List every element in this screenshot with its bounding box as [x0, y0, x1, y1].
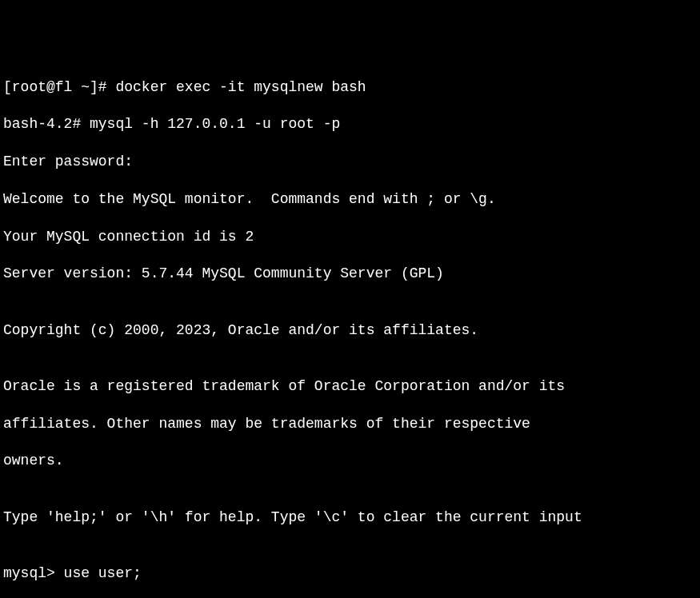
shell-prompt-line[interactable]: [root@fl ~]# docker exec -it mysqlnew ba… — [3, 78, 697, 97]
password-prompt[interactable]: Enter password: — [3, 153, 697, 171]
bash-prompt-line[interactable]: bash-4.2# mysql -h 127.0.0.1 -u root -p — [3, 115, 697, 134]
mysql-prompt-use[interactable]: mysql> use user; — [3, 564, 697, 583]
mysql-server-version: Server version: 5.7.44 MySQL Community S… — [3, 265, 697, 283]
mysql-welcome: Welcome to the MySQL monitor. Commands e… — [3, 190, 697, 209]
mysql-trademark-3: owners. — [3, 452, 697, 470]
mysql-trademark-1: Oracle is a registered trademark of Orac… — [3, 377, 697, 396]
mysql-connection-id: Your MySQL connection id is 2 — [3, 228, 697, 246]
mysql-help-hint: Type 'help;' or '\h' for help. Type '\c'… — [3, 508, 697, 527]
mysql-trademark-2: affiliates. Other names may be trademark… — [3, 415, 697, 433]
mysql-copyright: Copyright (c) 2000, 2023, Oracle and/or … — [3, 321, 697, 340]
